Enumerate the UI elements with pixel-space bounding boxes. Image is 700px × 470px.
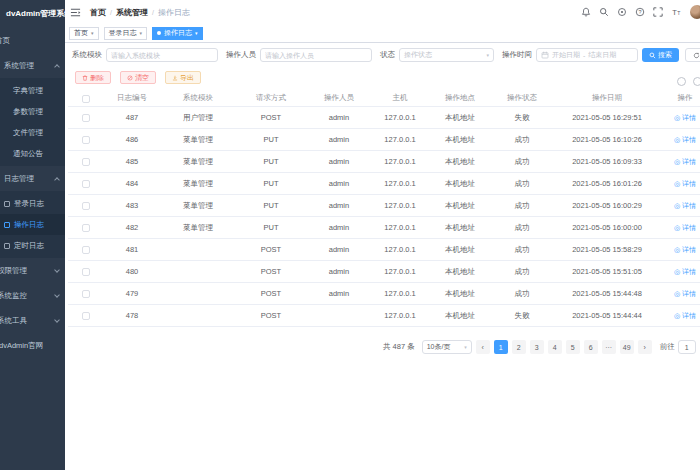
row-checkbox[interactable] — [82, 290, 90, 298]
question-icon[interactable]: ? — [635, 7, 645, 17]
caret-down-icon: ▾ — [486, 52, 489, 58]
table-row: 481 POST admin 127.0.0.1 本机地址 成功 2021-05… — [68, 239, 700, 261]
status-select[interactable]: 操作状态▾ — [399, 48, 494, 62]
sidebar-item-notice[interactable]: 通知公告 — [0, 143, 65, 164]
sidebar-item-dict[interactable]: 字典管理 — [0, 80, 65, 101]
cell-operator: admin — [306, 223, 372, 232]
detail-link[interactable]: ◎详情 — [674, 201, 696, 211]
breadcrumb-current: 操作日志 — [158, 7, 190, 18]
date-range-picker[interactable]: 开始日期 - 结束日期 — [536, 48, 638, 62]
cell-log-id: 480 — [104, 267, 160, 276]
page-button[interactable]: 5 — [566, 340, 580, 354]
goto-page-input[interactable] — [678, 340, 696, 354]
tab-home[interactable]: 首页▾ — [69, 27, 99, 40]
row-checkbox[interactable] — [82, 268, 90, 276]
sidebar-item-scheduled-log[interactable]: 定时日志 — [0, 235, 65, 256]
delete-button[interactable]: 删除 — [75, 71, 111, 84]
sidebar-item-files[interactable]: 文件管理 — [0, 122, 65, 143]
cell-location: 本机地址 — [428, 113, 492, 123]
detail-link[interactable]: ◎详情 — [674, 157, 696, 167]
breadcrumb-system[interactable]: 系统管理 — [116, 7, 148, 18]
cell-location: 本机地址 — [428, 267, 492, 277]
caret-down-icon[interactable]: ▾ — [140, 30, 143, 36]
settings-circle-icon[interactable] — [693, 77, 700, 86]
hamburger-icon[interactable] — [70, 7, 81, 18]
prev-page-button[interactable]: ‹ — [476, 340, 490, 354]
sidebar-item-params[interactable]: 参数管理 — [0, 101, 65, 122]
detail-link[interactable]: ◎详情 — [674, 179, 696, 189]
detail-link[interactable]: ◎详情 — [674, 289, 696, 299]
table-row: 480 POST admin 127.0.0.1 本机地址 成功 2021-05… — [68, 261, 700, 283]
row-checkbox[interactable] — [82, 114, 90, 122]
sidebar-group-system[interactable]: 系统管理 — [0, 53, 65, 78]
cell-status: 成功 — [492, 179, 552, 189]
search-button[interactable]: 搜索 — [642, 48, 679, 62]
fullscreen-icon[interactable] — [653, 7, 663, 17]
sidebar-group-permission[interactable]: 权限管理 — [0, 258, 65, 283]
export-button[interactable]: 导出 — [165, 71, 201, 84]
row-checkbox[interactable] — [82, 246, 90, 254]
caret-down-icon[interactable]: ▾ — [91, 30, 94, 36]
sidebar-item-operation-log[interactable]: 操作日志 — [0, 214, 65, 235]
page-size-select[interactable]: 10条/页▾ — [422, 340, 472, 354]
chevron-up-icon — [54, 177, 60, 183]
refresh-circle-icon[interactable] — [677, 77, 686, 86]
cell-method: POST — [236, 245, 306, 254]
detail-link[interactable]: ◎详情 — [674, 135, 696, 145]
detail-link[interactable]: ◎详情 — [674, 267, 696, 277]
bell-icon[interactable] — [581, 7, 591, 17]
sidebar-item-login-log[interactable]: 登录日志 — [0, 193, 65, 214]
row-checkbox[interactable] — [82, 312, 90, 320]
search-icon[interactable] — [599, 7, 609, 17]
app-root: { "app": { "title": "dvAdmin管理系统", "acce… — [0, 0, 700, 470]
sidebar-group-logs[interactable]: 日志管理 — [0, 166, 65, 191]
detail-link[interactable]: ◎详情 — [674, 311, 696, 321]
cell-method: POST — [236, 267, 306, 276]
cell-host: 127.0.0.1 — [372, 179, 428, 188]
page-button[interactable]: 3 — [530, 340, 544, 354]
detail-link[interactable]: ◎详情 — [674, 113, 696, 123]
main-content: 系统模块 操作人员 状态 操作状态▾ 操作时间 开始日期 - 结束日期 搜索 — [65, 43, 700, 470]
breadcrumb-home[interactable]: 首页 — [90, 7, 106, 18]
cell-operator: admin — [306, 201, 372, 210]
avatar[interactable] — [690, 5, 700, 19]
chevron-down-icon — [54, 292, 60, 298]
sidebar-group-tools[interactable]: 系统工具 — [0, 308, 65, 333]
trash-icon — [82, 75, 88, 81]
row-checkbox[interactable] — [82, 224, 90, 232]
operator-filter-input[interactable] — [260, 48, 372, 62]
cell-location: 本机地址 — [428, 135, 492, 145]
page-ellipsis[interactable]: ··· — [602, 340, 616, 354]
row-checkbox[interactable] — [82, 136, 90, 144]
font-size-icon[interactable]: TT — [671, 7, 682, 17]
sidebar-group-monitor[interactable]: 系统监控 — [0, 283, 65, 308]
col-operator: 操作人员 — [306, 93, 372, 103]
select-all-checkbox[interactable] — [82, 95, 90, 103]
sidebar-item-website[interactable]: dvAdmin官网 — [0, 333, 65, 358]
page-button[interactable]: 49 — [620, 340, 634, 354]
page-button[interactable]: 2 — [512, 340, 526, 354]
target-icon[interactable] — [617, 7, 627, 17]
clear-button[interactable]: 清空 — [120, 71, 156, 84]
tab-operation-log[interactable]: 操作日志▾ — [152, 27, 203, 40]
next-page-button[interactable]: › — [638, 340, 652, 354]
cell-module: 菜单管理 — [160, 223, 236, 233]
reset-button[interactable]: 重置 — [685, 48, 700, 62]
row-checkbox[interactable] — [82, 180, 90, 188]
page-button[interactable]: 4 — [548, 340, 562, 354]
detail-link[interactable]: ◎详情 — [674, 245, 696, 255]
caret-down-icon[interactable]: ▾ — [195, 30, 198, 36]
page-button[interactable]: 1 — [494, 340, 508, 354]
detail-link[interactable]: ◎详情 — [674, 223, 696, 233]
page-button[interactable]: 6 — [584, 340, 598, 354]
cell-host: 127.0.0.1 — [372, 135, 428, 144]
download-icon — [172, 75, 178, 81]
row-checkbox[interactable] — [82, 158, 90, 166]
sidebar-item-home[interactable]: 首页 — [0, 28, 65, 53]
tab-login-log[interactable]: 登录日志▾ — [104, 27, 148, 40]
cell-module: 菜单管理 — [160, 135, 236, 145]
cell-method: PUT — [236, 135, 306, 144]
module-filter-input[interactable] — [106, 48, 218, 62]
sidebar-submenu-logs: 登录日志 操作日志 定时日志 — [0, 191, 65, 258]
row-checkbox[interactable] — [82, 202, 90, 210]
